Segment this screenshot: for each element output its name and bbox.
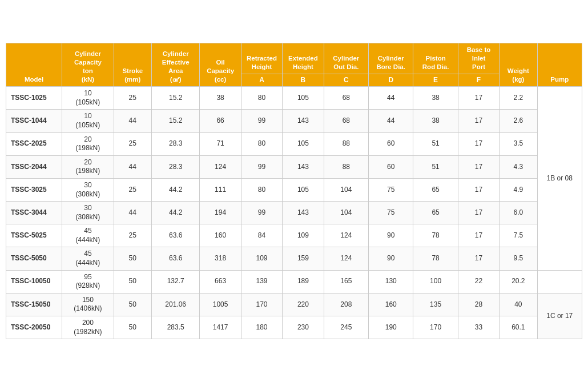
cell-c: 88 [324, 155, 368, 178]
cell-capacity: 150 (1406kN) [62, 293, 114, 316]
col-header-stroke: Stroke(mm) [114, 43, 151, 86]
cell-a: 80 [241, 178, 282, 201]
cell-e: 38 [413, 87, 458, 110]
cell-e: 135 [413, 293, 458, 316]
col-header-cyl-bore: CylinderBore Dia. [369, 43, 413, 74]
cell-area: 132.7 [151, 270, 199, 293]
cell-oil: 1417 [200, 316, 241, 339]
cell-weight: 20.2 [500, 270, 537, 293]
cell-weight: 4.3 [500, 155, 537, 178]
cell-weight: 2.2 [500, 87, 537, 110]
cell-b: 109 [283, 224, 324, 247]
cell-d: 90 [369, 247, 413, 270]
table-row: TSSC-15050150 (1406kN)50201.061005170220… [6, 293, 582, 316]
cell-oil: 318 [200, 247, 241, 270]
table-row: TSSC-1005095 (928kN)50132.76631391891651… [6, 270, 582, 293]
cell-d: 44 [369, 87, 413, 110]
cell-area: 63.6 [151, 247, 199, 270]
cell-area: 283.5 [151, 316, 199, 339]
cell-model: TSSC-2044 [6, 155, 62, 178]
cell-c: 165 [324, 270, 368, 293]
cell-d: 44 [369, 110, 413, 132]
cell-stroke: 25 [114, 87, 151, 110]
cell-b: 143 [283, 202, 324, 224]
cell-c: 124 [324, 247, 368, 270]
table-row: TSSC-102510 (105kN)2515.2388010568443817… [6, 87, 582, 110]
cell-weight: 7.5 [500, 224, 537, 247]
cell-model: TSSC-15050 [6, 293, 62, 316]
cell-f: 17 [458, 110, 499, 132]
cell-area: 28.3 [151, 132, 199, 155]
cell-c: 88 [324, 132, 368, 155]
col-header-extended: ExtendedHeight [283, 43, 324, 74]
cell-a: 99 [241, 202, 282, 224]
cell-model: TSSC-3044 [6, 202, 62, 224]
cell-stroke: 44 [114, 110, 151, 132]
cell-model: TSSC-2025 [6, 132, 62, 155]
cell-area: 201.06 [151, 293, 199, 316]
cell-e: 100 [413, 270, 458, 293]
cell-capacity: 200 (1982kN) [62, 316, 114, 339]
cell-f: 17 [458, 132, 499, 155]
cell-e: 78 [413, 224, 458, 247]
subheader-b: B [283, 74, 324, 87]
cell-model: TSSC-5050 [6, 247, 62, 270]
cell-f: 17 [458, 224, 499, 247]
col-header-retracted: RetractedHeight [241, 43, 282, 74]
cell-c: 68 [324, 110, 368, 132]
cell-e: 170 [413, 316, 458, 339]
cell-c: 245 [324, 316, 368, 339]
cell-a: 109 [241, 247, 282, 270]
subheader-c: C [324, 74, 368, 87]
cell-stroke: 44 [114, 202, 151, 224]
cell-c: 104 [324, 202, 368, 224]
cell-model: TSSC-10050 [6, 270, 62, 293]
table-row: TSSC-204420 (198kN)4428.3124991438860511… [6, 155, 582, 178]
table-row: TSSC-505045 (444kN)5063.6318109159124907… [6, 247, 582, 270]
cell-a: 180 [241, 316, 282, 339]
cell-f: 17 [458, 178, 499, 201]
cell-oil: 1005 [200, 293, 241, 316]
col-header-cyl-out: CylinderOut Dia. [324, 43, 368, 74]
cell-c: 124 [324, 224, 368, 247]
col-header-model: Model [6, 43, 62, 86]
cell-area: 15.2 [151, 87, 199, 110]
cell-oil: 111 [200, 178, 241, 201]
cell-stroke: 50 [114, 270, 151, 293]
cell-e: 51 [413, 132, 458, 155]
cell-b: 159 [283, 247, 324, 270]
cell-d: 75 [369, 202, 413, 224]
cell-oil: 160 [200, 224, 241, 247]
cell-f: 28 [458, 293, 499, 316]
cell-stroke: 25 [114, 132, 151, 155]
cell-b: 105 [283, 178, 324, 201]
cell-oil: 71 [200, 132, 241, 155]
cell-weight: 60.1 [500, 316, 537, 339]
subheader-f: F [458, 74, 499, 87]
cell-weight: 6.0 [500, 202, 537, 224]
table-row: TSSC-304430 (308kN)4444.2194991431047565… [6, 202, 582, 224]
cell-a: 80 [241, 132, 282, 155]
cell-b: 105 [283, 87, 324, 110]
cell-e: 78 [413, 247, 458, 270]
cell-pump-group3: 1C or 17 [537, 293, 582, 339]
table-row: TSSC-202520 (198kN)2528.3718010588605117… [6, 132, 582, 155]
table-row: TSSC-104410 (105kN)4415.2669914368443817… [6, 110, 582, 132]
cell-stroke: 50 [114, 293, 151, 316]
col-header-base-inlet: Base toInletPort [458, 43, 499, 74]
cell-d: 160 [369, 293, 413, 316]
cell-area: 15.2 [151, 110, 199, 132]
col-header-pump: Pump [537, 43, 582, 86]
cell-e: 51 [413, 155, 458, 178]
cell-b: 230 [283, 316, 324, 339]
cell-b: 220 [283, 293, 324, 316]
cell-capacity: 45 (444kN) [62, 224, 114, 247]
cell-oil: 66 [200, 110, 241, 132]
cell-a: 84 [241, 224, 282, 247]
cell-a: 99 [241, 110, 282, 132]
header-row-1: Model CylinderCapacityton(kN) Stroke(mm)… [6, 43, 582, 74]
cell-oil: 38 [200, 87, 241, 110]
cell-f: 17 [458, 87, 499, 110]
cell-capacity: 30 (308kN) [62, 178, 114, 201]
cell-f: 22 [458, 270, 499, 293]
